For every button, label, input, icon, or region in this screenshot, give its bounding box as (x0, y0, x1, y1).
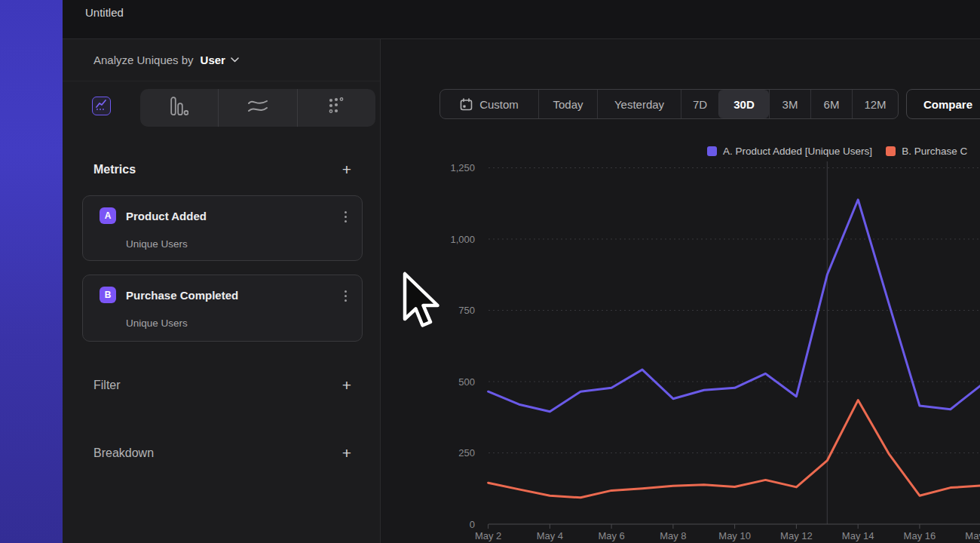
bar-chart-icon (170, 97, 188, 119)
sidebar: Analyze Uniques by User (63, 39, 381, 543)
chevron-down-icon[interactable] (231, 57, 239, 63)
analyze-by-label: Analyze Uniques by (93, 54, 194, 66)
y-tick-label: 250 (458, 447, 475, 459)
x-tick-label: May 2 (475, 530, 501, 541)
line-chart-icon (96, 99, 107, 113)
grid-dots-icon (328, 97, 345, 118)
metric-badge-a: A (100, 207, 116, 224)
metric-options-button-b[interactable] (345, 290, 347, 302)
add-metric-button[interactable]: + (342, 161, 351, 177)
app: Untitled Analyze Uniques by User (0, 0, 980, 543)
metric-card-a[interactable]: A Product Added Unique Users (82, 195, 363, 261)
breakdown-row: Breakdown + (93, 445, 351, 461)
y-tick-label: 500 (458, 376, 475, 388)
top-bar: Untitled (63, 0, 980, 39)
x-tick-label: May 8 (660, 530, 686, 541)
x-tick-label: May 18 (965, 530, 980, 541)
analyze-by-dropdown[interactable]: User (201, 54, 225, 66)
analyze-by-row: Analyze Uniques by User (63, 39, 380, 81)
chart-type-tab-bar[interactable] (140, 89, 218, 127)
metric-subtitle-a[interactable]: Unique Users (126, 238, 188, 250)
x-tick-label: May 6 (598, 530, 624, 541)
metric-title-b: Purchase Completed (126, 289, 238, 302)
y-tick-label: 1,000 (450, 234, 475, 245)
chart-type-tab-strip (140, 89, 375, 127)
series-line-purchase-completed (488, 400, 980, 498)
x-tick-label: May 12 (780, 530, 813, 541)
metrics-title: Metrics (93, 163, 136, 176)
chart-canvas: 02505007501,0001,250May 2May 4May 6May 8… (381, 39, 980, 543)
breakdown-title: Breakdown (93, 446, 154, 460)
chart-type-tab-flow[interactable] (218, 89, 296, 127)
add-breakdown-button[interactable]: + (342, 445, 351, 461)
x-tick-label: May 10 (718, 530, 751, 541)
x-axis: May 2May 4May 6May 8May 10May 12May 14Ma… (475, 524, 980, 541)
filter-row: Filter + (93, 377, 351, 393)
x-tick-label: May 4 (537, 530, 563, 541)
kebab-icon (345, 211, 347, 213)
document-title[interactable]: Untitled (85, 6, 124, 19)
metric-title-a: Product Added (126, 210, 207, 222)
metrics-header: Metrics + (93, 161, 351, 177)
y-tick-label: 1,250 (450, 162, 475, 173)
chart-type-tab-line[interactable] (92, 97, 111, 115)
filter-title: Filter (93, 379, 121, 392)
add-filter-button[interactable]: + (342, 377, 351, 393)
y-tick-label: 0 (470, 519, 475, 530)
x-tick-label: May 14 (842, 530, 874, 541)
chart-panel: Custom Today Yesterday 7D 30D 3M 6M 12M … (381, 39, 980, 543)
metric-options-button-a[interactable] (345, 211, 347, 222)
y-tick-label: 750 (458, 305, 475, 316)
metric-card-b[interactable]: B Purchase Completed Unique Users (82, 275, 363, 342)
chart-type-tab-grid[interactable] (297, 89, 375, 127)
x-tick-label: May 16 (904, 530, 936, 541)
flow-chart-icon (248, 98, 268, 118)
kebab-icon (345, 290, 347, 293)
series-line-product-added (488, 200, 980, 412)
left-accent-strip (0, 0, 63, 543)
mouse-cursor (402, 272, 443, 335)
metric-subtitle-b[interactable]: Unique Users (126, 318, 188, 329)
metric-badge-b: B (100, 287, 116, 303)
